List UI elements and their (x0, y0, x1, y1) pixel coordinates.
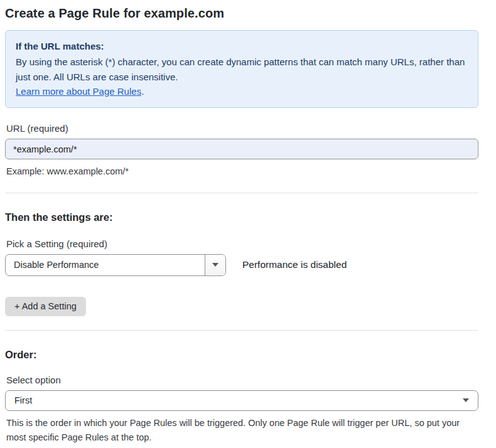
setting-select-arrow-button[interactable] (205, 255, 225, 275)
setting-status-text: Performance is disabled (242, 259, 347, 270)
order-select-value: First (14, 395, 463, 405)
url-input[interactable] (5, 139, 478, 159)
order-select[interactable]: First (5, 390, 478, 411)
divider (5, 193, 478, 193)
order-select-label: Select option (6, 375, 478, 385)
order-helper-text: This is the order in which your Page Rul… (6, 416, 478, 445)
info-box-body-text: By using the asterisk (*) character, you… (16, 56, 465, 82)
chevron-down-icon (212, 263, 218, 267)
learn-more-link[interactable]: Learn more about Page Rules (16, 86, 141, 97)
create-page-rule-panel: Create a Page Rule for example.com If th… (0, 0, 496, 448)
page-title: Create a Page Rule for example.com (5, 6, 478, 21)
info-box-heading: If the URL matches: (16, 39, 468, 53)
setting-row: Disable Performance Performance is disab… (5, 254, 478, 276)
pick-setting-label: Pick a Setting (required) (6, 238, 478, 249)
url-matches-info-box: If the URL matches: By using the asteris… (5, 30, 478, 108)
link-suffix: . (141, 86, 144, 97)
settings-section-heading: Then the settings are: (5, 211, 478, 223)
add-setting-button[interactable]: + Add a Setting (5, 297, 86, 316)
chevron-down-icon (463, 398, 469, 402)
setting-select[interactable]: Disable Performance (5, 254, 226, 276)
setting-select-value: Disable Performance (6, 255, 205, 275)
info-box-body: By using the asterisk (*) character, you… (16, 55, 468, 99)
order-section-heading: Order: (5, 349, 478, 361)
url-field-label: URL (required) (6, 123, 478, 134)
url-example-helper: Example: www.example.com/* (6, 165, 478, 179)
divider (5, 330, 478, 331)
